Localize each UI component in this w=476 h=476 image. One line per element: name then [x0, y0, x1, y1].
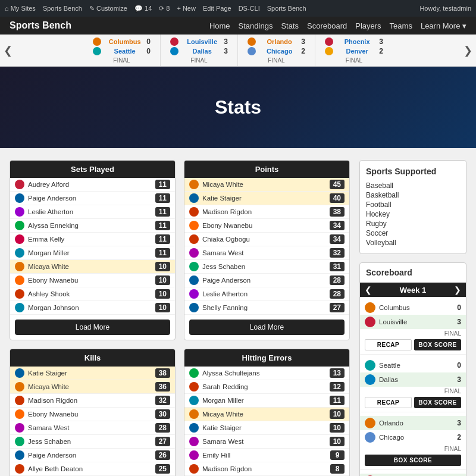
- hitting-errors-row: Morgan Miller11: [184, 394, 349, 408]
- sb-box-score-button[interactable]: BOX SCORE: [414, 397, 461, 408]
- sb-team-icon: [365, 302, 375, 313]
- ticker-team-icon: [170, 47, 178, 55]
- hitting-errors-row: Micaya White10: [184, 408, 349, 421]
- player-icon: [189, 303, 199, 312]
- admin-my-sites[interactable]: ⌂ My Sites: [5, 5, 36, 12]
- hitting-errors-row: Katie Staiger10: [184, 421, 349, 435]
- player-icon: [15, 396, 24, 405]
- sport-volleyball: Volleyball: [366, 238, 460, 248]
- ticker-team-row: Seattle 0: [93, 46, 151, 56]
- player-icon: [189, 248, 199, 258]
- ticker-team-name: Dallas: [192, 48, 211, 55]
- admin-site-name[interactable]: Sports Bench: [267, 5, 306, 12]
- scoreboard-widget-title: Scoreboard: [360, 263, 466, 283]
- admin-customize[interactable]: ✎ Customize: [89, 5, 127, 12]
- nav-home[interactable]: Home: [209, 21, 230, 30]
- sets-played-row: Morgan Johnson10: [10, 301, 175, 315]
- player-icon: [15, 275, 24, 285]
- player-icon: [15, 303, 24, 312]
- player-icon: [189, 221, 199, 230]
- sets-played-row: Paige Anderson11: [10, 192, 175, 205]
- ticker-status: FINAL: [325, 57, 383, 64]
- sb-box-score-button[interactable]: BOX SCORE: [365, 455, 461, 466]
- sport-baseball: Baseball: [366, 181, 460, 190]
- sports-supported-box: Sports Supported Baseball Basketball Foo…: [359, 160, 466, 254]
- sb-score: 2: [457, 433, 461, 441]
- sets-played-row: Alyssa Enneking11: [10, 219, 175, 233]
- sets-played-row: Audrey Alford11: [10, 178, 175, 192]
- ticker-team-row: Denver 2: [325, 46, 383, 56]
- admin-ds-cli[interactable]: DS-CLI: [239, 5, 260, 12]
- ticker-team-name: Denver: [346, 48, 368, 55]
- nav-teams[interactable]: Teams: [390, 21, 412, 30]
- admin-edit-page[interactable]: Edit Page: [203, 5, 231, 12]
- nav-standings[interactable]: Standings: [239, 21, 273, 30]
- site-header: Sports Bench Home Standings Stats Scoreb…: [0, 17, 476, 35]
- sb-team-row: Chicago 2: [365, 430, 461, 444]
- player-icon: [189, 368, 199, 378]
- ticker-team-row: Orlando 3: [248, 37, 305, 46]
- ticker-left-arrow[interactable]: ❮: [4, 44, 12, 57]
- player-icon: [15, 423, 24, 433]
- player-icon: [15, 193, 24, 203]
- ticker-status: FINAL: [170, 57, 228, 64]
- ticker-status: FINAL: [248, 57, 305, 64]
- player-icon: [189, 207, 199, 217]
- sb-team-row-winner: Orlando 3: [360, 416, 466, 430]
- hitting-errors-row: Emily Hill9: [184, 449, 349, 462]
- week-next-button[interactable]: ❯: [454, 285, 461, 295]
- sb-team-name: Dallas: [379, 376, 457, 383]
- sets-played-row: Morgan Miller11: [10, 246, 175, 260]
- ticker-team-name: Seattle: [114, 48, 136, 55]
- kills-header: Kills: [10, 349, 175, 367]
- nav-scoreboard[interactable]: Scoreboard: [307, 21, 347, 30]
- sb-final: FINAL: [365, 388, 461, 394]
- admin-user: Howdy, testadmin: [419, 5, 471, 12]
- sb-recap-button[interactable]: RECAP: [365, 339, 412, 350]
- player-icon: [15, 180, 24, 189]
- ticker-score: 3: [379, 37, 383, 46]
- points-row: Paige Anderson28: [184, 274, 349, 287]
- ticker-games: Columbus 0 Seattle 0 FINAL Louisville 3 …: [18, 35, 458, 66]
- points-load-more[interactable]: Load More: [189, 320, 345, 335]
- player-icon: [189, 180, 199, 189]
- ticker-team-name: Chicago: [267, 48, 292, 55]
- admin-bar-right: Howdy, testadmin: [419, 5, 471, 12]
- site-logo[interactable]: Sports Bench: [10, 20, 71, 31]
- player-icon: [15, 221, 24, 230]
- sport-soccer: Soccer: [366, 228, 460, 238]
- sb-team-icon: [365, 418, 375, 428]
- player-icon: [189, 450, 199, 460]
- points-row: Leslie Atherton28: [184, 287, 349, 301]
- player-icon: [15, 437, 24, 446]
- nav-stats[interactable]: Stats: [281, 21, 299, 30]
- sb-box-score-button[interactable]: BOX SCORE: [414, 339, 461, 350]
- sb-team-row-winner: Phoenix 3: [360, 474, 466, 476]
- ticker-score: 2: [379, 47, 383, 55]
- week-prev-button[interactable]: ❮: [365, 285, 372, 295]
- sb-final: FINAL: [365, 330, 461, 337]
- week-label: Week 1: [400, 286, 427, 295]
- player-icon: [15, 450, 24, 460]
- nav-players[interactable]: Players: [355, 21, 381, 30]
- kills-row: Ebony Nwanebu30: [10, 408, 175, 421]
- hitting-errors-row: Samara West10: [184, 435, 349, 449]
- admin-new[interactable]: + New: [177, 5, 196, 12]
- nav-learn-more[interactable]: Learn More ▾: [421, 21, 466, 30]
- hitting-errors-row: Sarah Redding12: [184, 380, 349, 394]
- admin-sports-bench[interactable]: Sports Bench: [43, 5, 82, 12]
- ticker-score: 2: [301, 47, 305, 55]
- ticker-right-arrow[interactable]: ❯: [464, 44, 472, 57]
- player-icon: [189, 193, 199, 203]
- page-title: Stats: [12, 96, 464, 118]
- admin-bar: ⌂ My Sites Sports Bench ✎ Customize 💬 14…: [0, 0, 476, 17]
- player-icon: [15, 262, 24, 271]
- sport-football: Football: [366, 200, 460, 209]
- ticker-status: FINAL: [93, 57, 151, 64]
- player-icon: [15, 289, 24, 299]
- admin-comments[interactable]: 💬 14: [134, 5, 152, 12]
- sb-recap-button[interactable]: RECAP: [365, 397, 412, 408]
- admin-bar-left: ⌂ My Sites Sports Bench ✎ Customize 💬 14…: [5, 5, 306, 12]
- admin-updates[interactable]: ⟳ 8: [159, 5, 170, 12]
- sets-played-load-more[interactable]: Load More: [15, 320, 170, 335]
